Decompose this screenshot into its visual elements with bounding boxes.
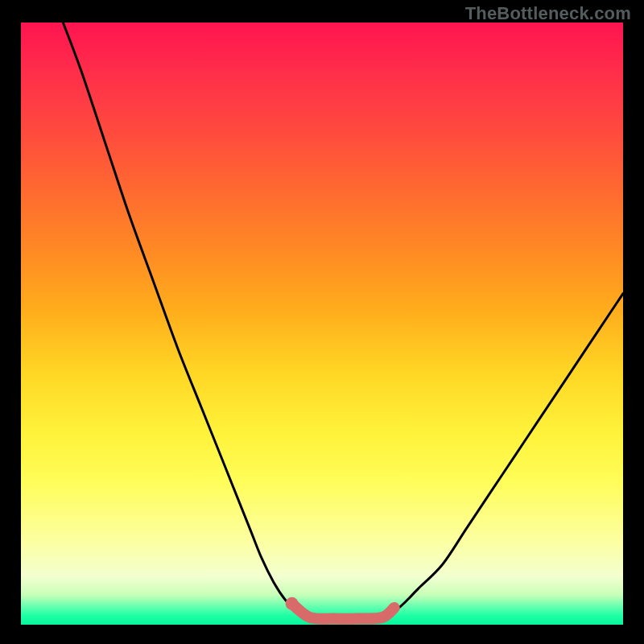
- chart-lines: [63, 23, 623, 619]
- chart-frame: TheBottleneck.com: [0, 0, 644, 644]
- chart-svg: [21, 23, 623, 625]
- series-left-curve: [63, 23, 310, 619]
- series-highlight-bottom: [292, 604, 394, 619]
- highlight-dot: [286, 597, 299, 610]
- series-right-curve: [382, 294, 623, 619]
- watermark-text: TheBottleneck.com: [465, 3, 631, 24]
